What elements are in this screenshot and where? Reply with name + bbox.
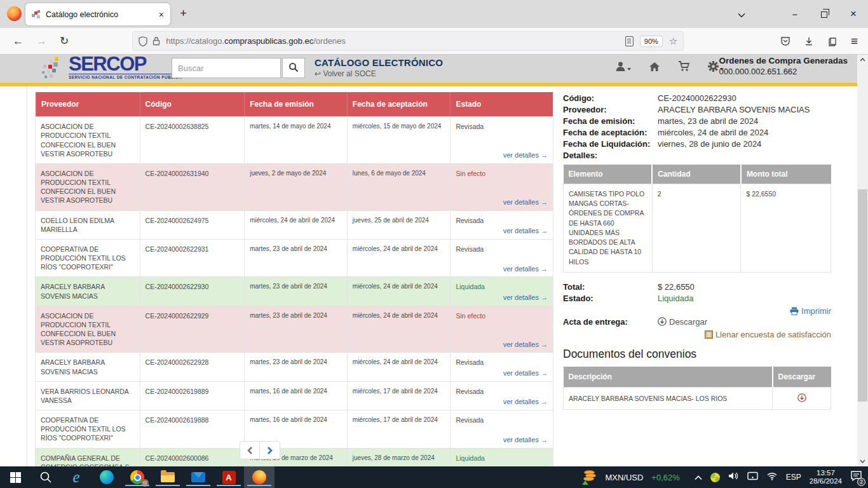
firefox-icon xyxy=(252,470,266,484)
internet-explorer-button[interactable]: e xyxy=(61,466,92,488)
user-menu-button[interactable] xyxy=(615,61,631,74)
acrobat-button[interactable]: A xyxy=(214,466,244,488)
ver-detalles-link[interactable]: ver detalles → xyxy=(503,198,548,207)
user-icon xyxy=(615,61,626,72)
header-search xyxy=(172,58,305,78)
sercop-logo[interactable]: SERCOP SERVICIO NACIONAL DE CONTRATACIÓN… xyxy=(69,55,182,79)
orders-generated-number: 000.000.002.651.662 xyxy=(719,67,848,76)
table-row: COOPERATIVA DE PRODUCCIÓN TEXTIL LOS RÍO… xyxy=(36,239,553,277)
descargar-acta-link[interactable]: Descargar xyxy=(658,316,831,328)
scroll-down-icon[interactable] xyxy=(857,456,868,466)
printer-icon xyxy=(790,307,799,315)
home-button[interactable] xyxy=(649,62,660,74)
column-header: Estado xyxy=(450,92,553,116)
bookmark-star-icon[interactable]: ☆ xyxy=(669,36,677,47)
chrome-button[interactable]: G xyxy=(122,466,153,488)
restore-button[interactable] xyxy=(810,9,839,20)
new-tab-button[interactable]: + xyxy=(180,6,187,20)
downloads-icon[interactable] xyxy=(804,36,814,46)
close-button[interactable]: × xyxy=(839,8,868,20)
tab-list-chevron-icon[interactable] xyxy=(727,9,756,20)
clock[interactable]: 13:57 28/6/2024 xyxy=(810,469,842,485)
volver-al-soce-link[interactable]: ↩ Volver al SOCE xyxy=(315,69,443,78)
language-indicator[interactable]: ESP xyxy=(786,473,801,482)
reader-mode-icon[interactable] xyxy=(625,36,634,46)
ticker-pair[interactable]: MXN/USD xyxy=(605,473,643,482)
lock-icon xyxy=(153,36,160,46)
mail-button[interactable] xyxy=(183,466,214,488)
cart-button[interactable] xyxy=(678,61,690,74)
file-explorer-button[interactable] xyxy=(153,466,183,488)
next-page-button[interactable] xyxy=(260,441,280,459)
fecha-aceptacion: miércoles, 17 de abril de 2024 xyxy=(347,382,451,410)
page-content: Proveedor Código Fecha de emisión Fecha … xyxy=(0,86,857,466)
back-icon[interactable]: ← xyxy=(13,35,24,48)
ver-detalles-link[interactable]: ver detalles → xyxy=(503,435,548,445)
start-button[interactable] xyxy=(0,466,31,488)
toolbar-right-icons: ≡ xyxy=(780,34,858,48)
reload-icon[interactable]: ↻ xyxy=(60,34,69,48)
menu-icon[interactable]: ≡ xyxy=(851,34,858,48)
taskbar: e G A MXN/USD +0,62% ESP xyxy=(0,466,868,488)
antivirus-tray-icon[interactable] xyxy=(710,473,720,482)
encuesta-link[interactable]: Llenar encuesta de satisfacción xyxy=(563,330,831,339)
display-cast-button[interactable] xyxy=(747,471,758,483)
order-details-panel: Código:CE-20240002622930 Proveedor:ARACE… xyxy=(563,93,831,410)
account-icon[interactable] xyxy=(827,36,837,46)
previous-page-button[interactable] xyxy=(240,441,260,459)
chevron-up-icon xyxy=(695,475,702,480)
doc-download-button[interactable] xyxy=(773,387,831,409)
column-header: Cantidad xyxy=(652,165,741,184)
imprimir-link[interactable]: Imprimir xyxy=(563,306,831,316)
estado: Sin efecto xyxy=(456,170,485,177)
column-header: Descripción xyxy=(564,367,773,388)
currency-ticker-icon[interactable] xyxy=(581,470,597,484)
arrow-right-icon: → xyxy=(541,198,548,206)
forward-icon[interactable]: → xyxy=(36,35,47,48)
zoom-level-indicator[interactable]: 90% xyxy=(640,36,663,47)
minimize-button[interactable]: − xyxy=(780,9,810,20)
ver-detalles-link[interactable]: ver detalles → xyxy=(503,340,548,349)
tab-close-icon[interactable]: × xyxy=(155,10,164,20)
scrollbar-thumb[interactable] xyxy=(858,189,867,402)
pocket-icon[interactable] xyxy=(780,36,790,46)
firefox-button[interactable] xyxy=(244,466,275,488)
proveedor: ASOCIACION DE PRODUCCION TEXTIL CONFECCI… xyxy=(41,170,116,205)
search-input[interactable] xyxy=(172,58,281,78)
column-header: Descargar xyxy=(773,367,831,388)
detalles-label: Detalles: xyxy=(563,150,658,161)
codigo: CE-20240002619888 xyxy=(140,410,245,448)
volume-button[interactable] xyxy=(728,471,739,483)
codigo: CE-20240002638825 xyxy=(140,117,245,163)
ver-detalles-link[interactable]: ver detalles → xyxy=(503,397,548,407)
ver-detalles-link[interactable]: ver detalles → xyxy=(503,264,548,274)
notification-center-button[interactable]: 2 xyxy=(850,471,862,484)
column-header: Elemento xyxy=(564,165,653,184)
ver-detalles-link[interactable]: ver detalles → xyxy=(503,293,548,302)
ver-detalles-link[interactable]: ver detalles → xyxy=(503,369,548,378)
browser-tab[interactable]: Catálogo electrónico × xyxy=(25,3,170,25)
tray-expand-button[interactable] xyxy=(695,471,702,483)
search-button[interactable] xyxy=(282,58,305,78)
sercop-logo-mosaic-icon xyxy=(41,57,66,80)
page-scrollbar[interactable] xyxy=(857,55,868,466)
edge-button[interactable] xyxy=(92,466,122,488)
estado: Liquidada xyxy=(456,454,485,462)
estado-value: Liquidada xyxy=(658,293,831,304)
url-bar[interactable]: https://catalogo.compraspublicas.gob.ec/… xyxy=(132,31,684,51)
taskbar-search-button[interactable] xyxy=(31,466,61,488)
firefox-logo-icon[interactable] xyxy=(7,6,22,21)
table-row: ARACELY BARBARA SOVENIS MACIAS CE-202400… xyxy=(36,352,553,381)
column-header: Fecha de emisión xyxy=(244,92,347,116)
arrow-right-icon: → xyxy=(541,398,548,405)
ver-detalles-link[interactable]: ver detalles → xyxy=(503,226,548,236)
fecha-emision: martes, 16 de abril de 2024 xyxy=(244,382,347,410)
ver-detalles-link[interactable]: ver detalles → xyxy=(503,151,548,160)
proveedor: ASOCIACION DE PRODUCCION TEXTIL CONFECCI… xyxy=(41,123,116,158)
network-button[interactable] xyxy=(766,471,778,483)
scroll-up-icon[interactable] xyxy=(857,55,868,65)
doc-row: ARACELY BARBARA SOVENIS MACIAS- LOS RIOS xyxy=(564,387,831,409)
arrow-right-icon: → xyxy=(541,151,548,159)
estado: Revisada xyxy=(456,388,484,395)
codigo: CE-20240002619889 xyxy=(140,382,245,410)
